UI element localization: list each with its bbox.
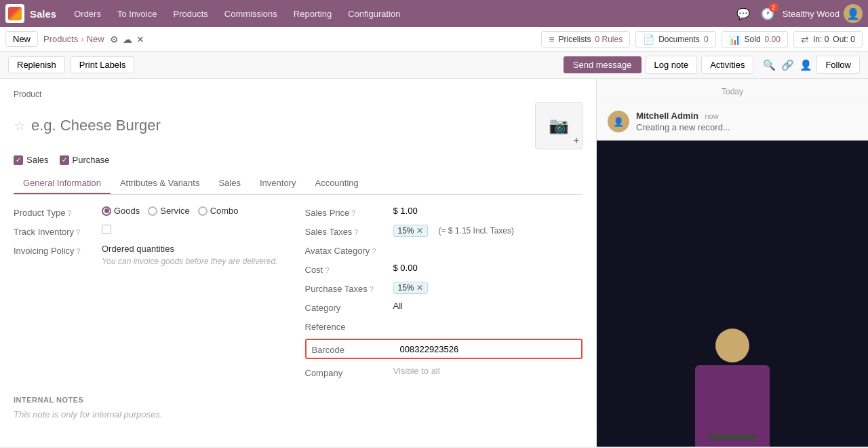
nav-orders[interactable]: Orders bbox=[67, 0, 108, 27]
sales-price-help-icon[interactable]: ? bbox=[351, 209, 355, 217]
invoicing-policy-label: Invoicing Policy ? bbox=[14, 244, 102, 256]
tab-attributes-variants[interactable]: Attributes & Variants bbox=[111, 173, 210, 194]
purchase-taxes-help-icon[interactable]: ? bbox=[370, 285, 374, 293]
messages-icon[interactable]: 💬 bbox=[734, 4, 753, 23]
product-image-upload[interactable]: 📷 + bbox=[535, 102, 583, 149]
category-value[interactable]: All bbox=[393, 301, 583, 311]
product-checkboxes: ✓ Sales ✓ Purchase bbox=[14, 155, 583, 165]
product-name-input[interactable] bbox=[31, 117, 528, 134]
company-label: Company bbox=[305, 366, 393, 378]
new-button[interactable]: New bbox=[5, 31, 38, 47]
breadcrumb-current: New bbox=[87, 34, 104, 44]
track-inventory-field: Track Inventory ? bbox=[14, 225, 292, 237]
tab-accounting[interactable]: Accounting bbox=[305, 173, 368, 194]
track-inventory-help-icon[interactable]: ? bbox=[76, 228, 80, 236]
nav-to-invoice[interactable]: To Invoice bbox=[111, 0, 164, 27]
sales-price-value bbox=[393, 206, 583, 216]
top-stat-buttons: ≡ Pricelists 0 Rules 📄 Documents 0 📊 Sol… bbox=[541, 31, 863, 48]
chatter-message: 👤 Mitchell Admin now Creating a new reco… bbox=[597, 102, 868, 141]
chatter-avatar-icon: 👤 bbox=[613, 117, 624, 127]
sales-taxes-help-icon[interactable]: ? bbox=[354, 228, 358, 236]
follow-button[interactable]: Follow bbox=[816, 56, 860, 74]
track-inventory-checkbox[interactable] bbox=[102, 225, 111, 234]
print-labels-button[interactable]: Print Labels bbox=[71, 56, 135, 73]
activities-button[interactable]: Activities bbox=[701, 56, 753, 74]
product-header: ☆ 📷 + bbox=[14, 102, 583, 149]
radio-goods-label: Goods bbox=[114, 206, 140, 216]
radio-service[interactable]: Service bbox=[148, 206, 189, 216]
purchase-tax-badge[interactable]: 15% ✕ bbox=[393, 282, 428, 294]
sales-taxes-field: Sales Taxes ? 15% ✕ (= $ 1.15 Incl. Taxe… bbox=[305, 225, 583, 237]
sales-price-input[interactable] bbox=[393, 206, 448, 216]
save-icon[interactable]: ☁ bbox=[123, 34, 132, 45]
sales-tax-badge[interactable]: 15% ✕ bbox=[393, 225, 428, 237]
tab-general-information[interactable]: General Information bbox=[14, 173, 111, 194]
purchase-tax-remove-icon[interactable]: ✕ bbox=[416, 283, 423, 293]
pricelists-button[interactable]: ≡ Pricelists 0 Rules bbox=[541, 31, 630, 48]
barcode-input[interactable] bbox=[400, 344, 576, 354]
sales-tax-remove-icon[interactable]: ✕ bbox=[416, 226, 423, 236]
barcode-label: Barcode bbox=[312, 343, 400, 355]
chatter-panel: Today 👤 Mitchell Admin now Creating a ne… bbox=[597, 79, 868, 447]
app-logo[interactable] bbox=[5, 4, 24, 23]
sales-checkbox[interactable]: ✓ bbox=[14, 155, 23, 165]
purchase-taxes-value: 15% ✕ bbox=[393, 282, 583, 294]
invoicing-policy-help-icon[interactable]: ? bbox=[77, 247, 81, 255]
user-menu[interactable]: Stealthy Wood 👤 bbox=[783, 4, 863, 23]
main-container: Product ☆ 📷 + ✓ Sales ✓ Purchase Genera bbox=[0, 79, 868, 447]
chatter-content: Mitchell Admin now Creating a new record… bbox=[636, 111, 857, 132]
radio-goods-dot[interactable] bbox=[102, 206, 111, 216]
settings-icon[interactable]: ⚙ bbox=[110, 34, 119, 45]
radio-combo-dot[interactable] bbox=[198, 206, 208, 216]
tab-sales[interactable]: Sales bbox=[209, 173, 250, 194]
tab-inventory[interactable]: Inventory bbox=[250, 173, 305, 194]
activities-nav-icon[interactable]: 🕐 2 bbox=[758, 4, 777, 23]
sales-tax-value: 15% bbox=[398, 226, 414, 236]
stock-button[interactable]: ⇄ In: 0 Out: 0 bbox=[793, 31, 863, 48]
nav-commissions[interactable]: Commissions bbox=[218, 0, 284, 27]
purchase-checkbox[interactable]: ✓ bbox=[60, 155, 69, 165]
category-label: Category bbox=[305, 301, 393, 313]
chatter-author-line: Mitchell Admin now bbox=[636, 111, 857, 121]
sales-taxes-label: Sales Taxes ? bbox=[305, 225, 393, 237]
discard-icon[interactable]: ✕ bbox=[136, 34, 144, 45]
replenish-button[interactable]: Replenish bbox=[8, 56, 65, 73]
avatax-help-icon[interactable]: ? bbox=[372, 247, 376, 255]
send-message-button[interactable]: Send message bbox=[564, 56, 642, 73]
search-icon[interactable]: 🔍 bbox=[763, 59, 776, 71]
nav-configuration[interactable]: Configuration bbox=[341, 0, 407, 27]
product-type-help-icon[interactable]: ? bbox=[67, 209, 71, 217]
nav-reporting[interactable]: Reporting bbox=[287, 0, 338, 27]
sales-checkbox-label[interactable]: ✓ Sales bbox=[14, 155, 49, 165]
breadcrumb-parent[interactable]: Products bbox=[43, 34, 78, 44]
sales-label: Sales bbox=[26, 155, 49, 165]
internal-notes-placeholder[interactable]: This note is only for internal purposes. bbox=[14, 409, 583, 419]
radio-service-dot[interactable] bbox=[148, 206, 157, 216]
user-icon[interactable]: 👤 bbox=[800, 59, 812, 71]
action-bar: Replenish Print Labels Send message Log … bbox=[0, 52, 868, 79]
sold-button[interactable]: 📊 Sold 0.00 bbox=[722, 31, 788, 48]
purchase-tax-value: 15% bbox=[398, 283, 414, 293]
sold-icon: 📊 bbox=[729, 34, 741, 45]
invoicing-policy-field: Invoicing Policy ? Ordered quantities Yo… bbox=[14, 244, 292, 266]
cost-input[interactable] bbox=[393, 263, 448, 273]
chatter-avatar: 👤 bbox=[608, 111, 629, 132]
video-thumbnail[interactable] bbox=[597, 141, 868, 447]
pricelists-icon: ≡ bbox=[549, 34, 554, 45]
sales-price-label: Sales Price ? bbox=[305, 206, 393, 218]
nav-products[interactable]: Products bbox=[166, 0, 214, 27]
cost-help-icon[interactable]: ? bbox=[325, 266, 329, 274]
form-two-column: Product Type ? Goods Service bbox=[14, 206, 583, 385]
documents-button[interactable]: 📄 Documents 0 bbox=[635, 31, 715, 48]
track-inventory-value bbox=[102, 225, 292, 234]
cost-label: Cost ? bbox=[305, 263, 393, 275]
stock-icon: ⇄ bbox=[801, 34, 809, 45]
avatar[interactable]: 👤 bbox=[844, 4, 863, 23]
chatter-author: Mitchell Admin bbox=[636, 111, 698, 121]
radio-combo[interactable]: Combo bbox=[198, 206, 239, 216]
log-note-button[interactable]: Log note bbox=[646, 56, 698, 74]
radio-goods[interactable]: Goods bbox=[102, 206, 140, 216]
link-icon[interactable]: 🔗 bbox=[781, 59, 794, 71]
favorite-star-icon[interactable]: ☆ bbox=[14, 117, 26, 134]
purchase-checkbox-label[interactable]: ✓ Purchase bbox=[60, 155, 110, 165]
